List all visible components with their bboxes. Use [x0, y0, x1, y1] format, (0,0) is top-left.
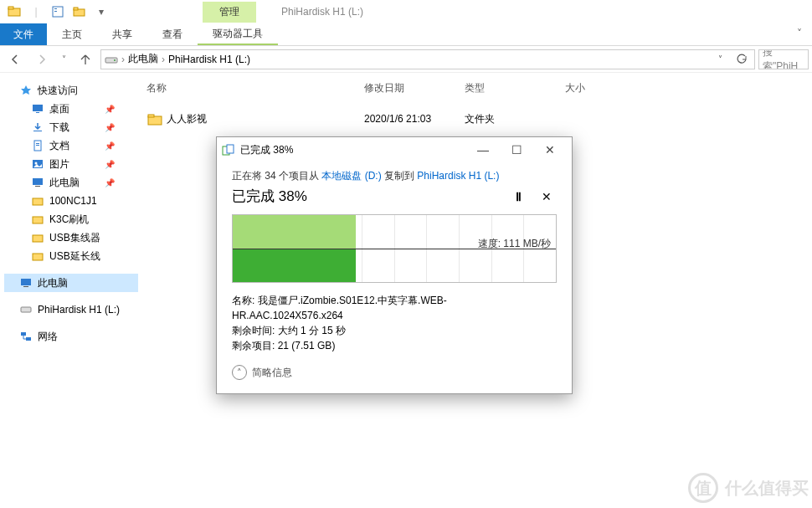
close-button[interactable]: ✕ [533, 138, 567, 162]
nav-pane: 快速访问 桌面📌 下载📌 文档📌 图片📌 此电脑📌 100NC1J1 [0, 73, 138, 508]
svg-rect-13 [36, 143, 39, 144]
column-headers[interactable]: 名称 修改日期 类型 大小 [138, 73, 812, 105]
new-folder-qat-icon[interactable] [70, 3, 89, 21]
fewer-details-toggle[interactable]: ˄ 简略信息 [232, 365, 557, 382]
forward-button[interactable] [30, 49, 54, 69]
svg-rect-4 [54, 11, 57, 12]
detail-time: 大约 1 分 15 秒 [278, 325, 346, 336]
tab-home[interactable]: 主页 [47, 23, 97, 45]
sidebar-pictures[interactable]: 图片📌 [4, 155, 138, 173]
sidebar-drive[interactable]: PhiHardisk H1 (L:) [4, 300, 138, 319]
label: 此电脑 [38, 276, 68, 290]
file-list: 人人影视 2020/1/6 21:03 文件夹 [138, 105, 812, 133]
sidebar-folder-3[interactable]: USB集线器 [4, 228, 138, 247]
detail-items: 21 (7.51 GB) [278, 340, 336, 351]
svg-rect-26 [21, 332, 26, 336]
folder-icon [31, 249, 44, 263]
label: PhiHardisk H1 (L:) [38, 304, 120, 316]
label: 桌面 [49, 102, 69, 116]
ribbon-expand-icon[interactable]: ˅ [787, 23, 812, 45]
col-date[interactable]: 修改日期 [364, 78, 465, 99]
sidebar-documents[interactable]: 文档📌 [4, 136, 138, 155]
tab-drive-tools[interactable]: 驱动器工具 [198, 23, 278, 45]
pin-icon: 📌 [105, 123, 115, 132]
sidebar-folder-1[interactable]: 100NC1J1 [4, 192, 138, 210]
folder-icon [31, 213, 44, 226]
svg-rect-14 [36, 145, 39, 146]
speed-label: 速度: 111 MB/秒 [478, 237, 551, 251]
refresh-icon[interactable] [732, 50, 751, 69]
drive-icon [105, 53, 118, 66]
window-title: PhiHardisk H1 (L:) [256, 6, 363, 18]
recent-dropdown-icon[interactable]: ˅ [57, 49, 70, 69]
crumb-this-pc[interactable]: 此电脑 [128, 52, 158, 66]
sidebar-this-pc-quick[interactable]: 此电脑📌 [4, 173, 138, 192]
chevron-right-icon[interactable]: › [162, 54, 165, 65]
properties-icon[interactable] [49, 3, 67, 21]
pause-button[interactable]: Ⅱ [516, 190, 522, 203]
history-dropdown-icon[interactable]: ˅ [711, 50, 729, 69]
sidebar-quick-access[interactable]: 快速访问 [4, 81, 138, 100]
back-button[interactable] [3, 49, 27, 69]
file-date: 2020/1/6 21:03 [364, 113, 465, 125]
crumb-current[interactable]: PhiHardisk H1 (L:) [168, 54, 250, 65]
list-item[interactable]: 人人影视 2020/1/6 21:03 文件夹 [146, 108, 804, 130]
col-type[interactable]: 类型 [465, 78, 565, 99]
svg-rect-23 [21, 279, 31, 285]
address-path[interactable]: › 此电脑 › PhiHardisk H1 (L:) ˅ [100, 49, 755, 69]
col-size[interactable]: 大小 [565, 78, 649, 99]
svg-rect-20 [33, 217, 43, 223]
sidebar-downloads[interactable]: 下载📌 [4, 118, 138, 136]
copy-icon [222, 143, 235, 157]
svg-rect-1 [8, 7, 13, 9]
pin-icon: 📌 [105, 105, 115, 114]
chevron-up-icon: ˄ [232, 365, 247, 380]
copy-progress-dialog: 已完成 38% — ☐ ✕ 正在将 34 个项目从 本地磁盘 (D:) 复制到 … [216, 136, 573, 394]
minimize-button[interactable]: — [466, 138, 500, 162]
svg-rect-2 [53, 7, 63, 17]
chevron-right-icon[interactable]: › [121, 54, 125, 65]
network-icon [19, 330, 33, 343]
svg-rect-24 [23, 286, 28, 287]
svg-rect-10 [36, 112, 39, 113]
svg-rect-18 [35, 186, 40, 187]
sidebar-network[interactable]: 网络 [4, 327, 138, 346]
label: 快速访问 [38, 84, 78, 98]
download-icon [31, 121, 44, 134]
up-button[interactable] [74, 49, 97, 69]
dest-link[interactable]: PhiHardisk H1 (L:) [417, 170, 499, 182]
tab-view[interactable]: 查看 [147, 23, 198, 45]
maximize-button[interactable]: ☐ [500, 138, 533, 162]
svg-rect-29 [148, 115, 154, 117]
qat-customize-icon[interactable]: ▾ [92, 3, 110, 21]
tab-file[interactable]: 文件 [0, 23, 47, 45]
svg-rect-19 [33, 198, 43, 205]
svg-rect-3 [54, 8, 57, 9]
tab-share[interactable]: 共享 [97, 23, 147, 45]
pictures-icon [31, 157, 44, 171]
col-name[interactable]: 名称 [146, 78, 364, 99]
label: USB延长线 [49, 249, 100, 264]
sidebar-folder-2[interactable]: K3C刷机 [4, 210, 138, 228]
search-box[interactable]: 搜索"PhiH [758, 49, 809, 69]
svg-rect-11 [33, 131, 42, 131]
contextual-tab-header: 管理 [203, 2, 256, 23]
svg-rect-6 [74, 8, 78, 10]
label: K3C刷机 [49, 213, 89, 227]
folder-icon [31, 231, 44, 244]
label: 100NC1J1 [49, 195, 97, 207]
qat-divider: | [27, 3, 45, 21]
dialog-title: 已完成 38% [240, 143, 293, 157]
titlebar: | ▾ 管理 PhiHardisk H1 (L:) [0, 0, 812, 23]
dialog-titlebar[interactable]: 已完成 38% — ☐ ✕ [217, 137, 572, 162]
source-link[interactable]: 本地磁盘 (D:) [321, 170, 381, 182]
sidebar-desktop[interactable]: 桌面📌 [4, 100, 138, 118]
cancel-button[interactable]: ✕ [542, 190, 552, 203]
label: 图片 [49, 157, 69, 172]
sidebar-folder-4[interactable]: USB延长线 [4, 247, 138, 265]
svg-rect-31 [227, 145, 234, 153]
speed-graph: 速度: 111 MB/秒 [232, 214, 557, 283]
star-icon [19, 84, 33, 97]
sidebar-this-pc[interactable]: 此电脑 [4, 274, 138, 292]
label: 网络 [38, 330, 58, 344]
